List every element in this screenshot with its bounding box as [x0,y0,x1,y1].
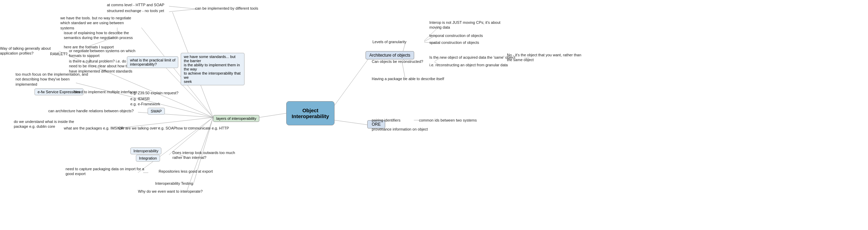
ie-reconstructing-label: i.e. reconstructing an object from granu… [429,63,508,67]
svg-line-1 [335,58,369,105]
ramlet-label: RAMLET? [50,52,68,56]
svg-line-21 [138,117,213,173]
interop-not-just-label: Interop is not JUST moving CPs; it's abo… [429,20,509,30]
comms-level-label: at comms level - HTTP and SOAP [107,3,164,7]
can-arch-label: can architecture handle relations betwee… [48,109,134,113]
svg-line-4 [169,6,197,9]
interoperability-box-node: Interoperability [130,147,161,154]
iemsr-label: e.g. IEMSR [130,97,150,101]
need-capture-label: need to capture packaging data on import… [66,166,145,176]
practical-limit-label: what is the practical limit of interoper… [130,58,175,66]
how-communicate-label: how to communicate e.g. HTTP [176,126,229,130]
ore-label: ORE [372,122,381,127]
how-talking-label: how are we talking over e.g. SOAP [117,126,176,130]
no-its-object-label: No - it's the object that you want, rath… [507,52,586,63]
some-standards-node: we have some standards... but the barrie… [181,53,245,85]
central-node: Object Interoperability [286,101,335,125]
common-ids-label: common ids between two systems [419,118,477,122]
levels-granularity-label: Levels of granularity [372,40,406,44]
architecture-node: Architecture of objects [366,51,414,59]
too-much-focus-label: too much focus on the implementation, an… [16,72,90,87]
can-reconstructed-label: Can objects be reconstructed? [372,59,423,64]
need-implement-label: Need to implement multiple interfaces [74,90,137,94]
structured-exchange-label: structured exchange - no tools yet [107,9,164,13]
pairing-ids-label: pairing identifiers [372,118,400,122]
architecture-label: Architecture of objects [369,53,410,58]
layers-node: layers of interoperability [213,115,259,122]
what-packages-label: what are the packages e.g. IMS CP [64,126,123,130]
does-interop-label: Does interop look outwards too much rath… [172,150,241,160]
layers-label: layers of interoperability [216,116,256,121]
central-label: Object Interoperability [292,107,329,119]
integration-box-label: Integration [139,156,157,160]
provenance-label: provenance information on object [372,127,428,131]
why-interop-label: Why do we even want to interoperate? [138,189,203,193]
practical-limit-node: what is the practical limit of interoper… [127,56,178,68]
can-be-implemented-label: can be implemented by different tools [195,6,258,10]
eframework-label: e.g. e-Framework [130,102,160,106]
swap-label: SWAP [151,109,162,113]
issue-explaining-label: issue of explaining how to describe the … [64,30,143,40]
z3950-label: e.g. Z39.50 explain request? [130,91,178,95]
svg-line-5 [169,9,197,12]
interoperability-box-label: Interoperability [133,149,158,153]
interop-testing-label: Interoperability Testing [155,181,193,185]
svg-line-2 [335,120,369,125]
having-package-label: Having a package be able to describe its… [372,77,444,81]
integration-box-node: Integration [136,155,160,162]
spatial-label: spatial construction of objects [429,40,479,45]
is-new-object-label: Is the new object of acquired data the '… [429,55,515,59]
repos-less-label: Repositories less good at export [159,169,213,173]
swap-node: SWAP [148,108,165,115]
temporal-label: temporal construction of objects [429,33,483,38]
some-standards-label: we have some standards... but the barrie… [184,55,241,84]
we-have-tools-label: we have the tools. but no way to negotia… [60,16,136,30]
